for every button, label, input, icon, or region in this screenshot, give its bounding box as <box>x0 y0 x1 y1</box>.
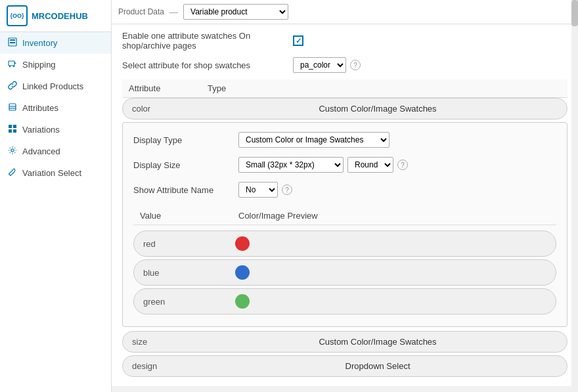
sidebar-item-attributes[interactable]: Attributes <box>0 97 111 119</box>
swatch-name-blue: blue <box>143 268 235 278</box>
svg-point-5 <box>9 66 11 67</box>
swatch-row-green: green <box>133 288 556 315</box>
gear-icon <box>8 146 17 157</box>
enable-swatches-checkbox[interactable] <box>293 35 303 46</box>
design-row-type: Dropdown Select <box>198 361 558 371</box>
content-area: Enable one attribute swatches On shop/ar… <box>112 24 578 386</box>
display-size-select[interactable]: Small (32px * 32px) <box>238 157 344 173</box>
svg-point-6 <box>13 66 14 67</box>
sidebar-variations-label: Variations <box>22 125 60 135</box>
table-header: Attribute Type <box>122 79 567 98</box>
swatch-value-col-header: Value <box>140 211 238 221</box>
attributes-icon <box>8 102 17 114</box>
display-size-help-icon[interactable]: ? <box>397 160 408 170</box>
wrench-icon <box>8 167 17 179</box>
sidebar-item-variation-select[interactable]: Variation Select <box>0 162 111 184</box>
sidebar-item-linked-products[interactable]: Linked Products <box>0 76 111 97</box>
display-type-label: Display Type <box>133 135 238 145</box>
design-accordion-row[interactable]: design Dropdown Select <box>122 355 567 377</box>
sidebar-item-inventory[interactable]: Inventory <box>0 32 111 54</box>
sidebar-attributes-label: Attributes <box>22 103 58 113</box>
size-row-type: Custom Color/Image Swatches <box>198 337 558 347</box>
color-accordion-row[interactable]: color Custom Color/Image Swatches <box>122 98 567 120</box>
sidebar-item-variations[interactable]: Variations <box>0 119 111 141</box>
sidebar-item-advanced[interactable]: Advanced <box>0 141 111 162</box>
svg-rect-3 <box>9 61 14 66</box>
sidebar-advanced-label: Advanced <box>22 146 60 156</box>
enable-swatches-row: Enable one attribute swatches On shop/ar… <box>122 31 567 51</box>
select-attr-label: Select attribute for shop swatches <box>122 60 293 70</box>
swatches-table-header: Value Color/Image Preview <box>133 207 556 225</box>
variations-icon <box>8 124 17 135</box>
product-type-select[interactable]: Variable product <box>183 4 288 20</box>
swatch-row-red: red <box>133 230 556 257</box>
logo-icon: {OO} <box>7 5 28 26</box>
display-size-label: Display Size <box>133 160 238 170</box>
enable-swatches-control <box>293 35 303 46</box>
sidebar-header: {OO} MRCODEHUB <box>0 0 111 32</box>
sidebar-linked-label: Linked Products <box>22 81 83 91</box>
col-attribute-header: Attribute <box>129 83 208 93</box>
display-type-row: Display Type Custom Color or Image Swatc… <box>133 132 556 148</box>
attr-select[interactable]: pa_color <box>293 57 346 73</box>
swatch-name-red: red <box>143 239 235 249</box>
sidebar: {OO} MRCODEHUB Inventory Shipping Linked… <box>0 0 112 392</box>
scrollbar-thumb[interactable] <box>571 0 578 26</box>
inventory-icon <box>8 37 17 49</box>
top-bar: Product Data — Variable product <box>112 0 578 24</box>
swatch-circle-red <box>235 236 250 251</box>
svg-rect-2 <box>10 42 15 43</box>
display-type-controls: Custom Color or Image Swatches <box>238 132 389 148</box>
size-accordion-row[interactable]: size Custom Color/Image Swatches <box>122 331 567 353</box>
swatch-row-blue: blue <box>133 259 556 286</box>
scrollbar-track <box>571 0 578 392</box>
size-row-label: size <box>132 337 198 347</box>
sidebar-item-shipping[interactable]: Shipping <box>0 54 111 76</box>
show-attr-name-label: Show Attribute Name <box>133 185 238 195</box>
sidebar-shipping-label: Shipping <box>22 60 56 70</box>
color-row-type: Custom Color/Image Swatches <box>198 104 558 114</box>
col-type-header: Type <box>208 83 561 93</box>
show-attr-help-icon[interactable]: ? <box>282 185 292 195</box>
enable-swatches-label: Enable one attribute swatches On shop/ar… <box>122 31 293 51</box>
swatch-preview-col-header: Color/Image Preview <box>238 211 550 221</box>
swatch-name-green: green <box>143 297 235 307</box>
swatch-circle-blue <box>235 265 250 280</box>
svg-rect-1 <box>10 39 15 41</box>
dash-label: — <box>169 7 178 17</box>
swatch-circle-green <box>235 294 250 309</box>
select-attr-control: pa_color ? <box>293 57 361 73</box>
sidebar-inventory-label: Inventory <box>22 38 57 48</box>
svg-point-14 <box>11 149 14 152</box>
shipping-icon <box>8 59 17 70</box>
display-type-select[interactable]: Custom Color or Image Swatches <box>238 132 389 148</box>
display-shape-select[interactable]: Round <box>347 157 393 173</box>
svg-rect-12 <box>9 129 12 133</box>
sidebar-variation-select-label: Variation Select <box>22 168 81 178</box>
display-size-controls: Small (32px * 32px) Round ? <box>238 157 408 173</box>
attr-help-icon[interactable]: ? <box>350 60 361 70</box>
svg-rect-11 <box>13 125 16 128</box>
color-row-label: color <box>132 104 198 114</box>
svg-rect-10 <box>9 125 12 128</box>
design-row-label: design <box>132 361 198 371</box>
product-data-label: Product Data <box>118 7 164 16</box>
display-size-row: Display Size Small (32px * 32px) Round ? <box>133 157 556 173</box>
svg-rect-7 <box>9 104 16 110</box>
color-expanded-panel: Display Type Custom Color or Image Swatc… <box>122 122 567 327</box>
show-attr-select[interactable]: No Yes <box>238 182 278 198</box>
show-attr-name-controls: No Yes ? <box>238 182 292 198</box>
svg-rect-13 <box>13 129 16 133</box>
select-attr-row: Select attribute for shop swatches pa_co… <box>122 57 567 73</box>
show-attr-name-row: Show Attribute Name No Yes ? <box>133 182 556 198</box>
main-content: Product Data — Variable product Enable o… <box>112 0 578 386</box>
link-icon <box>8 81 17 92</box>
brand-name: MRCODEHUB <box>32 11 88 21</box>
